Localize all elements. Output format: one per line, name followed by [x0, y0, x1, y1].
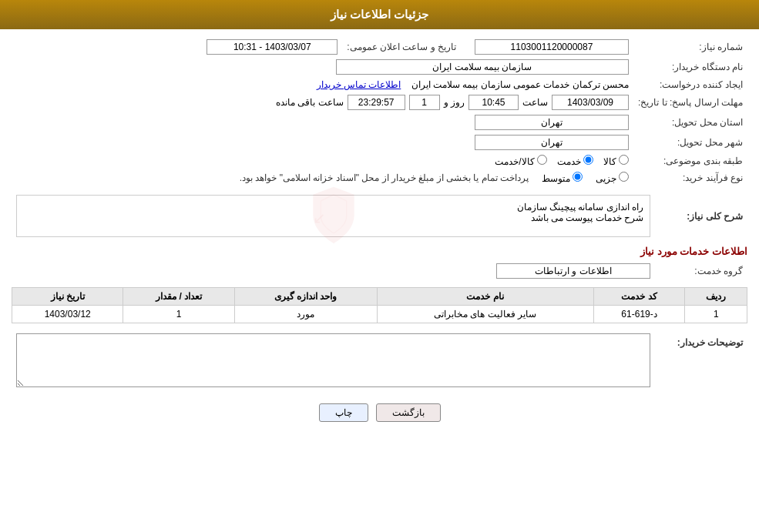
- table-row: 1 د-619-61 سایر فعالیت های مخابراتی مورد…: [12, 306, 747, 323]
- cell-name: سایر فعالیت های مخابراتی: [377, 306, 593, 323]
- purchase-jozi-radio[interactable]: [619, 172, 629, 182]
- creator-contact-link[interactable]: اطلاعات تماس خریدار: [317, 79, 401, 90]
- announce-date-label: تاریخ و ساعت اعلان عمومی:: [342, 37, 464, 57]
- service-group-input[interactable]: [496, 263, 650, 279]
- province-label: استان محل تحویل:: [633, 112, 747, 132]
- col-header-date: تاریخ نیاز: [12, 288, 123, 306]
- purchase-motavasset-radio[interactable]: [573, 172, 583, 182]
- service-group-label: گروه خدمت:: [655, 261, 747, 281]
- buyer-org-input[interactable]: [336, 59, 629, 75]
- need-number-label: شماره نیاز:: [633, 37, 747, 57]
- category-label: طبقه بندی موضوعی:: [633, 152, 747, 169]
- purchase-motavasset-label: متوسط: [542, 172, 583, 184]
- response-time-label: ساعت: [522, 97, 548, 108]
- description-line2: شرح خدمات پیوست می باشد: [23, 212, 643, 223]
- response-date-input[interactable]: [552, 95, 629, 110]
- button-bar: بازگشت چاپ: [12, 403, 747, 422]
- category-both-label: کالا/خدمت: [495, 155, 547, 167]
- purchase-type-label: نوع فرآیند خرید:: [633, 169, 747, 186]
- cell-unit: مورد: [234, 306, 377, 323]
- buyer-org-label: نام دستگاه خریدار:: [633, 57, 747, 77]
- province-input[interactable]: [475, 115, 629, 130]
- response-remaining-input: [348, 95, 405, 110]
- cell-date: 1403/03/12: [12, 306, 123, 323]
- col-header-row: ردیف: [685, 288, 747, 306]
- cell-code: د-619-61: [593, 306, 685, 323]
- category-kala-label: کالا: [603, 155, 629, 167]
- response-day-label: روز و: [444, 97, 465, 108]
- city-input[interactable]: [475, 135, 629, 150]
- print-button[interactable]: چاپ: [319, 403, 368, 422]
- response-time-input[interactable]: [468, 95, 519, 110]
- need-number-input[interactable]: [475, 39, 629, 55]
- col-header-name: نام خدمت: [377, 288, 593, 306]
- purchase-notice: پرداخت تمام یا بخشی از مبلغ خریدار از مح…: [240, 172, 529, 183]
- page-title: جزئیات اطلاعات نیاز: [0, 0, 759, 29]
- buyer-desc-label: توضیحات خریدار:: [655, 331, 747, 392]
- col-header-quantity: تعداد / مقدار: [123, 288, 234, 306]
- cell-row-number: 1: [685, 306, 747, 323]
- response-deadline-label: مهلت ارسال پاسخ: تا تاریخ:: [633, 92, 747, 112]
- category-khedmat-label: خدمت: [557, 155, 593, 167]
- category-kala-radio[interactable]: [619, 155, 629, 165]
- cell-quantity: 1: [123, 306, 234, 323]
- creator-value: محسن ترکمان خدمات عمومی سازمان بیمه سلام…: [411, 79, 629, 90]
- col-header-code: کد خدمت: [593, 288, 685, 306]
- buyer-desc-textarea[interactable]: [16, 333, 650, 387]
- description-section-title: شرح کلی نیاز:: [655, 192, 747, 239]
- back-button[interactable]: بازگشت: [376, 403, 441, 422]
- category-both-radio[interactable]: [537, 155, 547, 165]
- creator-label: ایجاد کننده درخواست:: [633, 77, 747, 92]
- col-header-unit: واحد اندازه گیری: [234, 288, 377, 306]
- response-days-input[interactable]: [409, 95, 440, 110]
- city-label: شهر محل تحویل:: [633, 132, 747, 152]
- announce-date-input[interactable]: [207, 39, 338, 55]
- services-section-title: اطلاعات خدمات مورد نیاز: [12, 246, 747, 257]
- remaining-label: ساعت باقی مانده: [276, 97, 344, 108]
- description-line1: راه اندازی سامانه پیچینگ سازمان: [23, 202, 643, 212]
- category-khedmat-radio[interactable]: [583, 155, 593, 165]
- purchase-jozi-label: جزیی: [596, 172, 629, 184]
